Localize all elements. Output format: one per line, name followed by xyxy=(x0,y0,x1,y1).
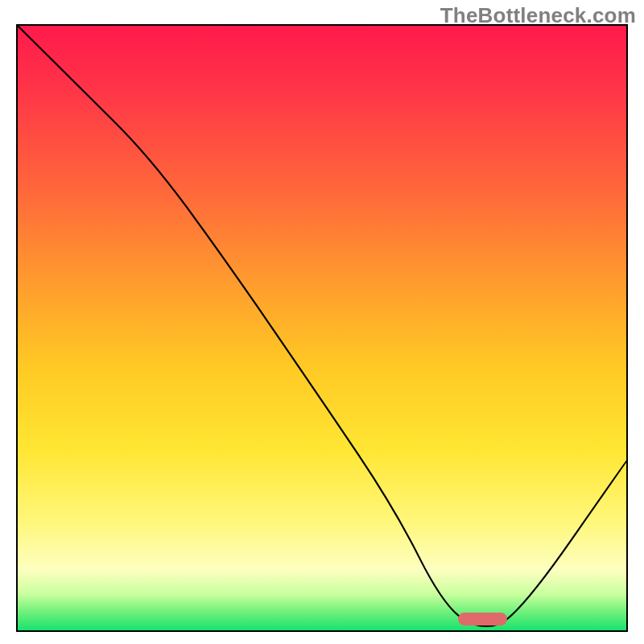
plot-area xyxy=(16,24,628,632)
optimum-marker xyxy=(458,613,507,625)
chart-canvas: TheBottleneck.com xyxy=(0,0,644,644)
heat-gradient xyxy=(18,26,626,630)
